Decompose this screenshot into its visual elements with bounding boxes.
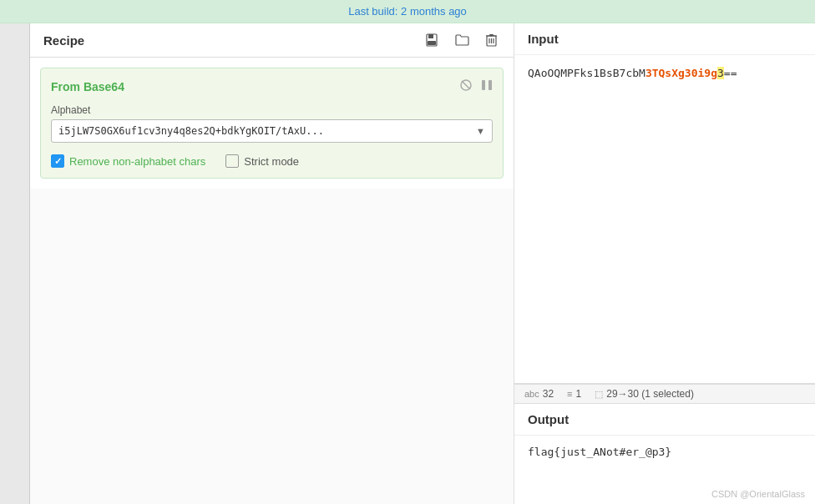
selection-value: 29→30 (1 selected) (606, 388, 694, 400)
strict-mode-checkbox[interactable]: Strict mode (225, 154, 299, 168)
svg-rect-1 (428, 34, 433, 38)
recipe-empty-area (30, 189, 514, 504)
dropdown-arrow-icon: ▼ (476, 126, 485, 136)
input-text-after: == (724, 67, 737, 79)
open-folder-button[interactable] (452, 33, 473, 48)
svg-rect-2 (428, 41, 436, 45)
recipe-title: Recipe (43, 33, 84, 48)
char-count-value: 32 (543, 388, 554, 400)
input-header: Input (514, 23, 815, 55)
disable-operation-button[interactable] (459, 78, 473, 94)
operation-block: From Base64 (40, 68, 504, 179)
svg-rect-5 (489, 34, 494, 36)
output-section: Output flag{just_ANot#er_@p3} CSDN @Orie… (514, 404, 815, 504)
status-line-count: ≡ 1 (567, 388, 581, 400)
operation-controls (459, 78, 493, 94)
svg-rect-12 (488, 80, 492, 90)
output-content[interactable]: flag{just_ANot#er_@p3} (514, 436, 815, 486)
output-text: flag{just_ANot#er_@p3} (528, 446, 671, 458)
alphabet-label: Alphabet (51, 104, 493, 116)
left-sidebar-strip (0, 23, 30, 504)
output-header: Output (514, 404, 815, 436)
svg-rect-11 (482, 80, 485, 90)
status-bar: abc 32 ≡ 1 ⬚ 29→30 (1 selected) (514, 384, 815, 404)
input-text-highlight1: 3TQsXg30i9g (645, 67, 717, 79)
strict-mode-label: Strict mode (244, 155, 299, 168)
operation-title: From Base64 (51, 80, 124, 93)
recipe-panel: Recipe (30, 23, 514, 504)
lines-icon: ≡ (567, 389, 572, 399)
recipe-header: Recipe (30, 23, 514, 58)
alphabet-dropdown[interactable]: i5jLW7S0GX6uf1cv3ny4q8es2Q+bdkYgKOIT/tAx… (51, 119, 493, 143)
remove-non-alphabet-label: Remove non-alphabet chars (69, 155, 205, 168)
input-section: Input QAoOQMPFks1BsB7cbM3TQsXg30i9g3== (514, 23, 815, 384)
right-panel: Input QAoOQMPFks1BsB7cbM3TQsXg30i9g3== a… (514, 23, 815, 504)
status-char-count: abc 32 (524, 388, 554, 400)
recipe-toolbar (422, 32, 500, 48)
strict-mode-checkbox-box (225, 154, 239, 168)
input-text-highlight2: 3 (717, 67, 724, 79)
save-button[interactable] (422, 32, 442, 48)
build-banner-text: Last build: 2 months ago (348, 5, 467, 18)
input-text-before: QAoOQMPFks1BsB7cbM (528, 67, 645, 79)
svg-line-10 (462, 81, 470, 89)
status-selection: ⬚ 29→30 (1 selected) (595, 388, 694, 400)
checkboxes-row: Remove non-alphabet chars Strict mode (51, 154, 493, 168)
build-banner: Last build: 2 months ago (0, 0, 815, 23)
remove-non-alphabet-checkbox[interactable]: Remove non-alphabet chars (51, 154, 205, 168)
operation-header: From Base64 (51, 78, 493, 94)
alphabet-value: i5jLW7S0GX6uf1cv3ny4q8es2Q+bdkYgKOIT/tAx… (58, 125, 324, 137)
abc-icon: abc (524, 389, 539, 399)
delete-button[interactable] (483, 32, 500, 48)
selection-icon: ⬚ (595, 389, 603, 400)
watermark: CSDN @OrientalGlass (514, 486, 815, 504)
remove-non-alphabet-checkbox-box (51, 154, 64, 168)
input-content[interactable]: QAoOQMPFks1BsB7cbM3TQsXg30i9g3== (514, 55, 815, 383)
line-count-value: 1 (576, 388, 582, 400)
pause-operation-button[interactable] (481, 78, 493, 94)
